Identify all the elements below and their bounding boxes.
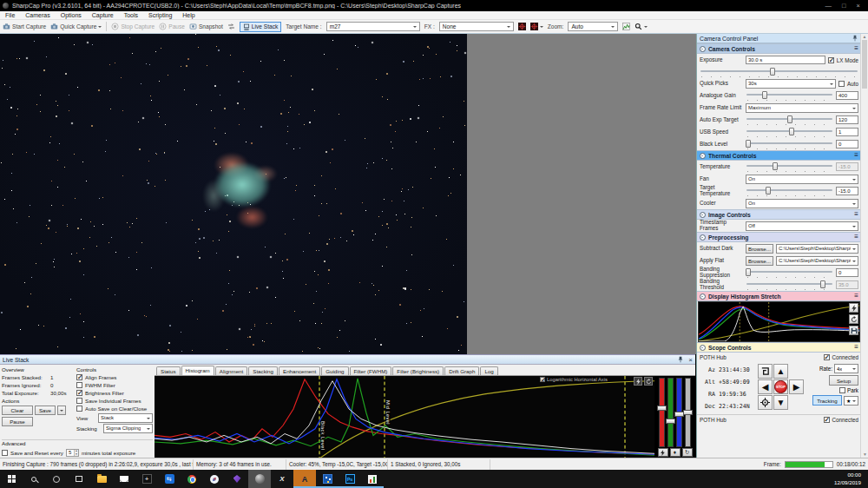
display-stretch-histogram[interactable] (698, 301, 860, 342)
notes-app-icon[interactable]: + (135, 470, 158, 488)
exposure-input[interactable]: 30.0 s (746, 56, 825, 64)
log-axis-checkbox[interactable] (540, 377, 545, 382)
save-button[interactable]: Save (35, 406, 56, 415)
reticle-icon[interactable] (518, 23, 526, 30)
section-menu-icon[interactable]: ≡ (854, 234, 858, 240)
close-button[interactable]: × (857, 2, 860, 10)
save-reset-checkbox[interactable] (2, 450, 8, 456)
fx-combo[interactable]: None (439, 22, 514, 31)
save-reset-minutes-input[interactable]: 5▲▼ (66, 449, 79, 457)
snapshot-button[interactable]: Snapshot (189, 23, 223, 30)
search-button[interactable] (23, 470, 45, 488)
tab-alignment[interactable]: Alignment (215, 366, 248, 375)
collapse-icon[interactable] (700, 234, 706, 241)
stop-slew-button[interactable]: STOP (774, 380, 787, 393)
section-display-histogram-stretch[interactable]: Display Histogram Stretch ≡ (697, 291, 861, 301)
teamviewer-icon[interactable]: ⇆ (158, 470, 181, 488)
tab-guiding[interactable]: Guiding (321, 366, 348, 375)
black-level-slider[interactable] (746, 139, 833, 149)
rate-dropdown[interactable]: 4x (834, 364, 858, 373)
tab-filter-fwhm-[interactable]: Filter (FWHM) (350, 366, 392, 375)
section-menu-icon[interactable]: ≡ (854, 345, 858, 350)
quick-picks-dropdown[interactable]: 30s (746, 79, 836, 89)
section-menu-icon[interactable]: ≡ (854, 293, 858, 299)
tab-drift-graph[interactable]: Drift Graph (444, 366, 479, 375)
red-level-slider[interactable] (659, 378, 665, 447)
cortana-button[interactable] (45, 470, 68, 488)
subtract-dark-path-dropdown[interactable]: C:\Users\Steph\Desktop\SharpCap C (776, 244, 858, 254)
checkbox[interactable] (76, 398, 82, 404)
analogue-gain-value[interactable]: 400 (836, 91, 858, 100)
panel-scrollbar[interactable]: ▲ ▼ (860, 34, 868, 458)
collapse-icon[interactable] (700, 46, 706, 52)
reticle-alt-icon[interactable] (530, 23, 543, 30)
clear-button[interactable]: Clear (2, 406, 33, 415)
park-checkbox[interactable] (839, 387, 845, 393)
mid-level-marker[interactable]: Mid Level (385, 400, 391, 425)
section-menu-icon[interactable]: ≡ (854, 46, 858, 51)
green-level-slider[interactable] (667, 378, 674, 447)
scope-connected-checkbox[interactable] (824, 354, 830, 360)
pin-icon[interactable] (677, 356, 684, 363)
live-stack-toggle[interactable]: Live Stack (240, 22, 281, 32)
auto-exposure-checkbox[interactable] (838, 81, 845, 87)
section-camera-controls[interactable]: Camera Controls ≡ (697, 43, 861, 54)
scope-connected-checkbox-2[interactable] (824, 417, 830, 423)
browser-app-icon[interactable] (203, 470, 226, 488)
auto-exp-target-slider[interactable] (746, 115, 833, 125)
usb-speed-slider[interactable] (746, 127, 833, 137)
checkbox[interactable] (76, 382, 82, 388)
slew-right-button[interactable]: ▶ (789, 379, 804, 394)
stop-capture-button[interactable]: Stop Capture (111, 23, 155, 30)
center-target-button[interactable] (758, 395, 773, 410)
luminance-level-slider[interactable] (685, 378, 691, 447)
tab-stacking[interactable]: Stacking (248, 366, 278, 375)
collapse-icon[interactable] (700, 153, 706, 159)
apply-flat-path-dropdown[interactable]: C:\Users\Steph\Desktop\SharpCap C (776, 256, 858, 266)
magnifier-icon[interactable] (635, 23, 648, 30)
target-temperature-value[interactable]: -15.0 (836, 187, 858, 195)
slew-up-button[interactable]: ▲ (773, 364, 788, 379)
slew-down-button[interactable]: ▼ (773, 395, 788, 410)
setup-button[interactable]: Setup (829, 375, 858, 386)
analogue-gain-slider[interactable] (746, 90, 833, 101)
sphere-app-icon[interactable] (248, 470, 271, 488)
goto-star-dropdown[interactable]: ★ (844, 396, 858, 406)
section-thermal-controls[interactable]: Thermal Controls ≡ (697, 150, 861, 161)
black-level-marker[interactable]: Black Level (320, 421, 326, 451)
frame-rate-limit-dropdown[interactable]: Maximum (746, 103, 858, 113)
save-stretch-button[interactable] (849, 326, 858, 335)
target-name-combo[interactable]: m27 (326, 22, 420, 31)
tab-status[interactable]: Status (156, 366, 181, 375)
slew-left-button[interactable]: ◀ (758, 379, 773, 394)
blue-level-slider[interactable] (676, 378, 682, 447)
close-panel-button[interactable]: × (688, 356, 693, 364)
menu-item-file[interactable]: File (0, 12, 20, 18)
collapse-icon[interactable] (700, 293, 706, 300)
checkbox[interactable] (76, 390, 82, 396)
zoom-combo[interactable]: Auto (568, 22, 618, 31)
histogram-icon[interactable] (622, 23, 630, 30)
stacking-dropdown[interactable]: Sigma Clipping (103, 424, 153, 433)
auto-stretch-button[interactable] (634, 377, 642, 386)
tab-log[interactable]: Log (480, 366, 497, 375)
tab-histogram[interactable]: Histogram (181, 366, 214, 375)
maximize-button[interactable]: □ (842, 2, 846, 10)
exposure-slider[interactable] (700, 67, 858, 77)
reset-stretch-button[interactable] (849, 314, 858, 324)
menu-item-help[interactable]: Help (177, 12, 200, 18)
banding-suppression-value[interactable]: 0 (836, 268, 858, 277)
sharpcap-taskbar-icon[interactable]: A (293, 470, 316, 488)
start-button[interactable] (0, 470, 23, 488)
section-image-controls[interactable]: Image Controls ≡ (697, 209, 861, 220)
reset-levels-button[interactable]: ↻ (682, 448, 693, 457)
mail-app-icon[interactable] (113, 470, 135, 488)
banding-suppression-slider[interactable] (746, 267, 833, 278)
collapse-icon[interactable] (700, 345, 706, 351)
fan-dropdown[interactable]: On (746, 175, 858, 184)
stats-app-icon[interactable] (361, 470, 384, 488)
purple-app-icon[interactable] (226, 470, 248, 488)
start-capture-button[interactable]: Start Capture (3, 23, 46, 30)
menu-item-cameras[interactable]: Cameras (20, 12, 55, 18)
view-dropdown[interactable]: Stack (98, 413, 153, 423)
